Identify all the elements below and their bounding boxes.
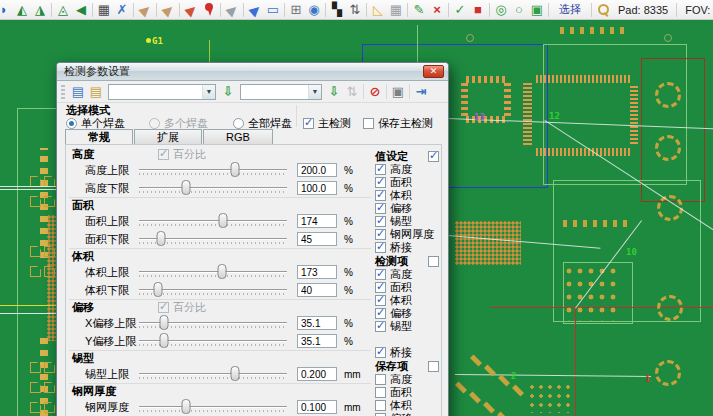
dart-gray-icon[interactable]: ▶	[223, 1, 241, 19]
checkbox-icon[interactable]	[375, 321, 386, 332]
checkbox-icon[interactable]	[375, 242, 386, 253]
slider[interactable]	[139, 365, 287, 383]
param-set2-combobox[interactable]: ▼	[240, 84, 322, 100]
toolbar-grip[interactable]	[61, 85, 65, 99]
value-input[interactable]	[297, 316, 337, 330]
zoom-fit-icon[interactable]: ◭	[13, 1, 31, 19]
tab-2[interactable]: RGB	[203, 129, 273, 144]
value-input[interactable]	[297, 334, 337, 348]
search-icon[interactable]	[594, 1, 612, 19]
slider[interactable]	[139, 263, 287, 281]
dart-blue-icon[interactable]: ▶	[246, 1, 264, 19]
slider[interactable]	[139, 314, 287, 332]
select-rect-icon[interactable]: ▭	[264, 1, 282, 19]
value-input[interactable]	[297, 232, 337, 246]
checkbox-mode-1[interactable]: 保存主检测	[363, 116, 433, 131]
checkbox-icon[interactable]	[375, 295, 386, 306]
percent-checkbox[interactable]: 百分比	[158, 300, 206, 315]
slider[interactable]	[139, 179, 287, 197]
stop-icon[interactable]: ■	[469, 1, 487, 19]
slider-thumb[interactable]	[217, 264, 226, 279]
slider[interactable]	[139, 281, 287, 299]
dart-tan-icon[interactable]: ▶	[136, 1, 154, 19]
save-disk-icon[interactable]: ▣	[389, 83, 407, 101]
check-item[interactable]: 锡型	[374, 320, 440, 333]
dart-red-icon[interactable]: ▶	[182, 1, 200, 19]
dialog-titlebar[interactable]: 检测参数设置 ✕	[57, 63, 448, 81]
ruler-icon[interactable]: ◺	[369, 1, 387, 19]
target-icon[interactable]: ◎	[492, 1, 510, 19]
checkbox-icon[interactable]	[375, 216, 386, 227]
grid-gray-icon[interactable]: ▦	[387, 1, 405, 19]
edit-icon[interactable]: ✎	[410, 1, 428, 19]
block-icon[interactable]: ⊘	[366, 83, 384, 101]
map-pin-icon[interactable]	[200, 1, 218, 19]
exit-icon[interactable]: ⇥	[412, 83, 430, 101]
select-mode-button[interactable]: 选择	[551, 2, 589, 17]
grid-black-icon[interactable]: ▚	[328, 1, 346, 19]
apply-icon[interactable]: ✓	[451, 1, 469, 19]
slider-thumb[interactable]	[231, 366, 240, 381]
slider-thumb[interactable]	[157, 231, 166, 246]
megaphone-icon[interactable]: ◀	[72, 1, 90, 19]
check-item[interactable]: 桥接	[374, 241, 440, 254]
tab-1[interactable]: 扩展	[134, 129, 202, 144]
value-input[interactable]	[297, 400, 337, 414]
checkbox-icon[interactable]	[375, 229, 386, 240]
slider-thumb[interactable]	[182, 180, 191, 195]
check-item[interactable]: 桥接	[374, 346, 440, 359]
apply-set2-icon[interactable]: ⇩	[325, 83, 343, 101]
value-input[interactable]	[297, 283, 337, 297]
value-input[interactable]	[297, 181, 337, 195]
checkbox-icon[interactable]	[158, 302, 169, 313]
checkbox-icon[interactable]	[375, 177, 386, 188]
square-in-icon[interactable]: ▣	[528, 1, 546, 19]
table-icon[interactable]: ⊞	[287, 1, 305, 19]
checkbox-icon[interactable]	[428, 361, 439, 372]
slider-thumb[interactable]	[160, 333, 169, 348]
checkbox-icon[interactable]	[428, 151, 439, 162]
checkbox-icon[interactable]	[375, 387, 386, 398]
checkbox-icon[interactable]	[375, 347, 386, 358]
tools-icon[interactable]: ✗	[113, 1, 131, 19]
chevron-down-icon[interactable]: ▼	[202, 85, 215, 99]
check-item[interactable]: 偏移	[374, 412, 440, 416]
delete-icon[interactable]: ×	[428, 1, 446, 19]
checkbox-icon[interactable]	[375, 282, 386, 293]
close-icon[interactable]: ✕	[423, 65, 444, 78]
slider-thumb[interactable]	[231, 162, 240, 177]
slider[interactable]	[139, 230, 287, 248]
circle-icon[interactable]: ○	[510, 1, 528, 19]
checkbox-icon[interactable]	[303, 118, 314, 129]
checkbox-icon[interactable]	[158, 149, 169, 160]
dart-tan2-icon[interactable]: ▶	[159, 1, 177, 19]
image-icon[interactable]: ▦	[95, 1, 113, 19]
camera-icon[interactable]: ◉	[305, 1, 323, 19]
checkbox-icon[interactable]	[428, 256, 439, 267]
radio-icon[interactable]	[149, 118, 160, 129]
prism-icon[interactable]: ◬	[54, 1, 72, 19]
checkbox-mode-0[interactable]: 主检测	[303, 116, 351, 131]
value-input[interactable]	[297, 367, 337, 381]
tab-0[interactable]: 常规	[65, 129, 133, 145]
checkbox-icon[interactable]	[375, 190, 386, 201]
slider[interactable]	[139, 398, 287, 416]
slider-track[interactable]	[139, 187, 287, 188]
sort-az-icon[interactable]: ⇅	[346, 1, 364, 19]
chevron-down-icon[interactable]: ▼	[308, 85, 321, 99]
checkbox-icon[interactable]	[375, 400, 386, 411]
slider-track[interactable]	[139, 373, 287, 374]
sync-icon[interactable]: ⇅	[343, 83, 361, 101]
load-params-icon[interactable]: ▤	[69, 83, 87, 101]
radio-icon[interactable]	[233, 118, 244, 129]
checkbox-icon[interactable]	[375, 269, 386, 280]
save-params-icon[interactable]: ▤	[87, 83, 105, 101]
slider-track[interactable]	[139, 220, 287, 221]
checkbox-icon[interactable]	[375, 308, 386, 319]
slider-thumb[interactable]	[154, 282, 163, 297]
slider[interactable]	[139, 161, 287, 179]
value-input[interactable]	[297, 265, 337, 279]
radio-icon[interactable]	[66, 118, 77, 129]
checkbox-icon[interactable]	[375, 164, 386, 175]
slider-track[interactable]	[139, 271, 287, 272]
